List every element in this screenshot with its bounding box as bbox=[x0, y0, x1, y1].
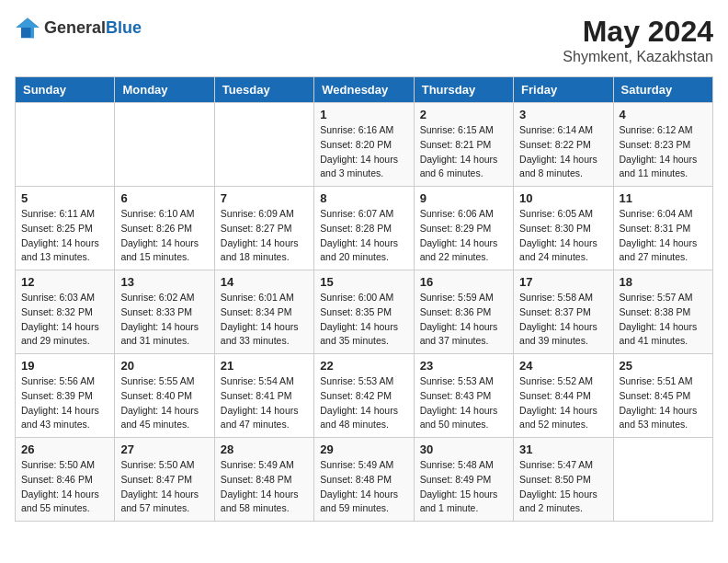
cell-info: Sunrise: 5:50 AMSunset: 8:47 PMDaylight:… bbox=[120, 458, 208, 516]
month-year: May 2024 bbox=[563, 15, 713, 49]
day-number: 23 bbox=[420, 359, 507, 373]
day-number: 19 bbox=[21, 359, 108, 373]
day-number: 28 bbox=[221, 442, 308, 456]
day-number: 31 bbox=[519, 442, 607, 456]
calendar-cell: 31Sunrise: 5:47 AMSunset: 8:50 PMDayligh… bbox=[514, 438, 613, 522]
calendar-cell: 6Sunrise: 6:10 AMSunset: 8:26 PMDaylight… bbox=[115, 187, 214, 270]
calendar-table: SundayMondayTuesdayWednesdayThursdayFrid… bbox=[15, 76, 713, 522]
cell-info: Sunrise: 6:07 AMSunset: 8:28 PMDaylight:… bbox=[320, 207, 407, 265]
day-number: 1 bbox=[320, 108, 407, 121]
days-header-row: SundayMondayTuesdayWednesdayThursdayFrid… bbox=[16, 77, 713, 103]
day-header-friday: Friday bbox=[514, 77, 613, 103]
calendar-cell: 22Sunrise: 5:53 AMSunset: 8:42 PMDayligh… bbox=[314, 354, 414, 438]
calendar-cell bbox=[214, 103, 313, 187]
week-row-2: 5Sunrise: 6:11 AMSunset: 8:25 PMDaylight… bbox=[16, 187, 713, 270]
calendar-cell: 23Sunrise: 5:53 AMSunset: 8:43 PMDayligh… bbox=[414, 354, 513, 438]
day-number: 15 bbox=[320, 275, 407, 289]
cell-info: Sunrise: 6:14 AMSunset: 8:22 PMDaylight:… bbox=[519, 123, 607, 181]
calendar-cell bbox=[613, 438, 712, 522]
day-number: 29 bbox=[320, 442, 407, 456]
calendar-cell: 25Sunrise: 5:51 AMSunset: 8:45 PMDayligh… bbox=[613, 354, 712, 438]
title-block: May 2024 Shymkent, Kazakhstan bbox=[563, 15, 713, 65]
week-row-3: 12Sunrise: 6:03 AMSunset: 8:32 PMDayligh… bbox=[16, 270, 713, 354]
cell-info: Sunrise: 5:49 AMSunset: 8:48 PMDaylight:… bbox=[320, 458, 407, 516]
week-row-4: 19Sunrise: 5:56 AMSunset: 8:39 PMDayligh… bbox=[16, 354, 713, 438]
calendar-cell: 11Sunrise: 6:04 AMSunset: 8:31 PMDayligh… bbox=[613, 187, 712, 270]
location: Shymkent, Kazakhstan bbox=[563, 49, 713, 65]
day-header-saturday: Saturday bbox=[613, 77, 712, 103]
cell-info: Sunrise: 6:11 AMSunset: 8:25 PMDaylight:… bbox=[21, 207, 108, 265]
calendar-cell: 2Sunrise: 6:15 AMSunset: 8:21 PMDaylight… bbox=[414, 103, 513, 187]
day-number: 14 bbox=[221, 275, 308, 289]
calendar-cell: 28Sunrise: 5:49 AMSunset: 8:48 PMDayligh… bbox=[214, 438, 313, 522]
calendar-cell: 29Sunrise: 5:49 AMSunset: 8:48 PMDayligh… bbox=[314, 438, 414, 522]
day-number: 12 bbox=[21, 275, 108, 289]
day-number: 21 bbox=[221, 359, 308, 373]
calendar-cell: 7Sunrise: 6:09 AMSunset: 8:27 PMDaylight… bbox=[214, 187, 313, 270]
day-number: 10 bbox=[519, 191, 607, 205]
cell-info: Sunrise: 6:06 AMSunset: 8:29 PMDaylight:… bbox=[420, 207, 507, 265]
week-row-5: 26Sunrise: 5:50 AMSunset: 8:46 PMDayligh… bbox=[16, 438, 713, 522]
logo-blue: Blue bbox=[106, 18, 142, 37]
cell-info: Sunrise: 5:55 AMSunset: 8:40 PMDaylight:… bbox=[120, 374, 208, 432]
calendar-cell: 17Sunrise: 5:58 AMSunset: 8:37 PMDayligh… bbox=[514, 270, 613, 354]
cell-info: Sunrise: 5:59 AMSunset: 8:36 PMDaylight:… bbox=[420, 291, 507, 349]
cell-info: Sunrise: 6:01 AMSunset: 8:34 PMDaylight:… bbox=[221, 291, 308, 349]
calendar-cell bbox=[115, 103, 214, 187]
calendar-cell: 3Sunrise: 6:14 AMSunset: 8:22 PMDaylight… bbox=[514, 103, 613, 187]
logo: GeneralBlue bbox=[15, 15, 142, 40]
day-number: 7 bbox=[221, 191, 308, 205]
cell-info: Sunrise: 6:03 AMSunset: 8:32 PMDaylight:… bbox=[21, 291, 108, 349]
cell-info: Sunrise: 5:56 AMSunset: 8:39 PMDaylight:… bbox=[21, 374, 108, 432]
week-row-1: 1Sunrise: 6:16 AMSunset: 8:20 PMDaylight… bbox=[16, 103, 713, 187]
cell-info: Sunrise: 6:05 AMSunset: 8:30 PMDaylight:… bbox=[519, 207, 607, 265]
calendar-cell: 30Sunrise: 5:48 AMSunset: 8:49 PMDayligh… bbox=[414, 438, 513, 522]
calendar-cell: 27Sunrise: 5:50 AMSunset: 8:47 PMDayligh… bbox=[115, 438, 214, 522]
logo-general: General bbox=[44, 18, 106, 37]
day-number: 27 bbox=[120, 442, 208, 456]
day-number: 6 bbox=[120, 191, 208, 205]
cell-info: Sunrise: 5:50 AMSunset: 8:46 PMDaylight:… bbox=[21, 458, 108, 516]
calendar-cell: 1Sunrise: 6:16 AMSunset: 8:20 PMDaylight… bbox=[314, 103, 414, 187]
cell-info: Sunrise: 6:16 AMSunset: 8:20 PMDaylight:… bbox=[320, 123, 407, 181]
cell-info: Sunrise: 5:49 AMSunset: 8:48 PMDaylight:… bbox=[221, 458, 308, 516]
cell-info: Sunrise: 5:53 AMSunset: 8:42 PMDaylight:… bbox=[320, 374, 407, 432]
calendar-cell: 13Sunrise: 6:02 AMSunset: 8:33 PMDayligh… bbox=[115, 270, 214, 354]
day-number: 22 bbox=[320, 359, 407, 373]
calendar-cell bbox=[16, 103, 115, 187]
calendar-cell: 20Sunrise: 5:55 AMSunset: 8:40 PMDayligh… bbox=[115, 354, 214, 438]
day-number: 9 bbox=[420, 191, 507, 205]
calendar-cell: 12Sunrise: 6:03 AMSunset: 8:32 PMDayligh… bbox=[16, 270, 115, 354]
day-number: 17 bbox=[519, 275, 607, 289]
day-number: 20 bbox=[120, 359, 208, 373]
calendar-cell: 10Sunrise: 6:05 AMSunset: 8:30 PMDayligh… bbox=[514, 187, 613, 270]
day-number: 13 bbox=[120, 275, 208, 289]
calendar-cell: 26Sunrise: 5:50 AMSunset: 8:46 PMDayligh… bbox=[16, 438, 115, 522]
cell-info: Sunrise: 5:57 AMSunset: 8:38 PMDaylight:… bbox=[620, 291, 707, 349]
day-number: 16 bbox=[420, 275, 507, 289]
calendar-cell: 4Sunrise: 6:12 AMSunset: 8:23 PMDaylight… bbox=[613, 103, 712, 187]
day-header-sunday: Sunday bbox=[16, 77, 115, 103]
cell-info: Sunrise: 6:00 AMSunset: 8:35 PMDaylight:… bbox=[320, 291, 407, 349]
day-number: 11 bbox=[620, 191, 707, 205]
calendar-cell: 8Sunrise: 6:07 AMSunset: 8:28 PMDaylight… bbox=[314, 187, 414, 270]
cell-info: Sunrise: 6:02 AMSunset: 8:33 PMDaylight:… bbox=[120, 291, 208, 349]
cell-info: Sunrise: 5:51 AMSunset: 8:45 PMDaylight:… bbox=[620, 374, 707, 432]
cell-info: Sunrise: 5:47 AMSunset: 8:50 PMDaylight:… bbox=[519, 458, 607, 516]
calendar-cell: 24Sunrise: 5:52 AMSunset: 8:44 PMDayligh… bbox=[514, 354, 613, 438]
day-number: 5 bbox=[21, 191, 108, 205]
calendar-cell: 16Sunrise: 5:59 AMSunset: 8:36 PMDayligh… bbox=[414, 270, 513, 354]
calendar-cell: 19Sunrise: 5:56 AMSunset: 8:39 PMDayligh… bbox=[16, 354, 115, 438]
day-number: 26 bbox=[21, 442, 108, 456]
cell-info: Sunrise: 6:12 AMSunset: 8:23 PMDaylight:… bbox=[620, 123, 707, 181]
day-number: 2 bbox=[420, 108, 507, 121]
page-header: GeneralBlue May 2024 Shymkent, Kazakhsta… bbox=[15, 15, 713, 65]
day-header-monday: Monday bbox=[115, 77, 214, 103]
cell-info: Sunrise: 5:48 AMSunset: 8:49 PMDaylight:… bbox=[420, 458, 507, 516]
logo-icon bbox=[15, 15, 40, 40]
calendar-cell: 21Sunrise: 5:54 AMSunset: 8:41 PMDayligh… bbox=[214, 354, 313, 438]
cell-info: Sunrise: 6:15 AMSunset: 8:21 PMDaylight:… bbox=[420, 123, 507, 181]
calendar-cell: 14Sunrise: 6:01 AMSunset: 8:34 PMDayligh… bbox=[214, 270, 313, 354]
day-number: 8 bbox=[320, 191, 407, 205]
day-number: 25 bbox=[620, 359, 707, 373]
